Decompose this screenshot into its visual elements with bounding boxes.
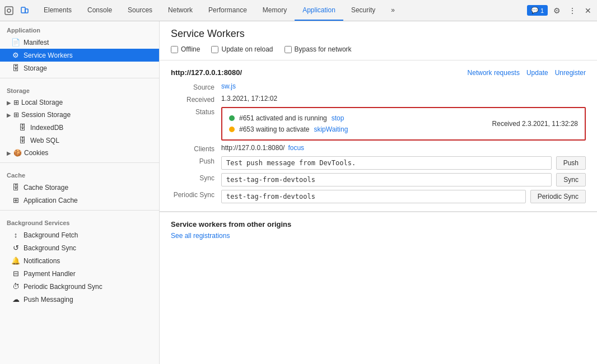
sidebar-item-indexeddb[interactable]: 🗄 IndexedDB	[0, 121, 159, 134]
tab-performance[interactable]: Performance	[200, 0, 255, 21]
source-label: Source	[171, 82, 221, 91]
network-requests-link[interactable]: Network requests	[468, 69, 520, 77]
tab-elements[interactable]: Elements	[36, 0, 80, 21]
tabs-container: Elements Console Sources Network Perform…	[36, 0, 527, 21]
application-section-header: Application	[0, 21, 159, 36]
background-sync-icon: ↺	[11, 244, 20, 252]
update-on-reload-checkbox[interactable]: Update on reload	[211, 45, 273, 53]
web-sql-icon: 🗄	[18, 136, 27, 144]
sidebar: Application 📄 Manifest ⚙ Service Workers…	[0, 21, 160, 364]
checkboxes-row: Offline Update on reload Bypass for netw…	[171, 45, 586, 53]
focus-link[interactable]: focus	[288, 144, 304, 152]
sw-detail-grid: Source sw.js Received 1.3.2021, 17:12:02…	[171, 82, 586, 203]
sw-url: http://127.0.0.1:8080/	[171, 68, 242, 77]
session-storage-arrow: ▶	[7, 112, 11, 118]
sidebar-item-cookies[interactable]: ▶ 🍪 Cookies	[0, 147, 159, 159]
push-input[interactable]	[221, 156, 552, 170]
settings-icon[interactable]: ⚙	[550, 4, 563, 17]
payment-handler-icon: ⊟	[11, 269, 20, 278]
sidebar-item-cache-storage[interactable]: 🗄 Cache Storage	[0, 181, 159, 194]
tab-sources[interactable]: Sources	[120, 0, 160, 21]
periodic-sync-input-row: Periodic Sync	[221, 190, 586, 203]
bypass-for-network-input[interactable]	[284, 46, 292, 53]
sw-entry: http://127.0.0.1:8080/ Network requests …	[160, 60, 597, 212]
device-toggle-icon[interactable]	[18, 4, 31, 17]
content-header: Service Workers Offline Update on reload…	[160, 21, 597, 60]
sidebar-item-background-sync[interactable]: ↺ Background Sync	[0, 241, 159, 254]
sync-input[interactable]	[221, 173, 552, 186]
sync-button[interactable]: Sync	[556, 173, 586, 186]
sidebar-item-push-messaging[interactable]: ☁ Push Messaging	[0, 293, 159, 306]
sidebar-item-session-storage[interactable]: ▶ ⊞ Session Storage	[0, 109, 159, 121]
received-date: 1.3.2021, 17:12:02	[221, 95, 586, 102]
stop-link[interactable]: stop	[332, 114, 344, 122]
sync-input-row: Sync	[221, 173, 586, 186]
tab-memory[interactable]: Memory	[255, 0, 295, 21]
push-label: Push	[171, 156, 221, 165]
unregister-link[interactable]: Unregister	[555, 69, 586, 77]
periodic-sync-button[interactable]: Periodic Sync	[530, 190, 586, 203]
received-label: Received	[171, 95, 221, 104]
status-653-dot	[229, 127, 235, 132]
sidebar-item-service-workers[interactable]: ⚙ Service Workers	[0, 49, 159, 62]
svg-rect-3	[25, 9, 28, 13]
cookies-arrow: ▶	[7, 150, 11, 156]
indexeddb-icon: 🗄	[18, 123, 27, 132]
sidebar-item-notifications[interactable]: 🔔 Notifications	[0, 254, 159, 267]
inspect-icon[interactable]	[2, 4, 16, 17]
push-input-row: Push	[221, 156, 586, 170]
sw-url-row: http://127.0.0.1:8080/ Network requests …	[171, 68, 586, 77]
update-on-reload-input[interactable]	[211, 46, 218, 53]
push-button[interactable]: Push	[556, 156, 586, 170]
sidebar-item-payment-handler[interactable]: ⊟ Payment Handler	[0, 267, 159, 280]
svg-rect-0	[5, 7, 13, 15]
messages-badge[interactable]: 💬 1	[527, 5, 548, 16]
other-origins-section: Service workers from other origins See a…	[160, 212, 597, 248]
clients-row: http://127.0.0.1:8080/ focus	[221, 144, 586, 152]
sidebar-item-application-cache[interactable]: ⊞ Application Cache	[0, 194, 159, 207]
background-services-section-header: Background Services	[0, 214, 159, 228]
local-storage-arrow: ▶	[7, 100, 11, 106]
update-link[interactable]: Update	[526, 69, 548, 77]
sidebar-item-background-fetch[interactable]: ↕ Background Fetch	[0, 228, 159, 241]
top-bar: Elements Console Sources Network Perform…	[0, 0, 597, 21]
status-651-dot	[229, 115, 235, 121]
tab-console[interactable]: Console	[80, 0, 120, 21]
status-653-text: #653 waiting to activate	[239, 125, 309, 133]
tab-security[interactable]: Security	[343, 0, 383, 21]
status-label: Status	[171, 107, 221, 116]
status-651-text: #651 activated and is running	[239, 114, 327, 122]
session-storage-icon: ⊞	[13, 111, 19, 119]
sw-action-links: Network requests Update Unregister	[468, 69, 586, 77]
periodic-background-sync-icon: ⏱	[11, 282, 20, 291]
offline-checkbox-input[interactable]	[171, 46, 178, 53]
close-icon[interactable]: ✕	[581, 4, 595, 17]
cache-section-header: Cache	[0, 166, 159, 181]
other-origins-title: Service workers from other origins	[171, 220, 586, 228]
source-value: sw.js	[221, 82, 586, 90]
tab-application[interactable]: Application	[295, 0, 343, 21]
clients-url: http://127.0.0.1:8080/	[221, 144, 284, 152]
skip-waiting-link[interactable]: skipWaiting	[314, 125, 348, 133]
sidebar-item-storage[interactable]: 🗄 Storage	[0, 62, 159, 74]
offline-checkbox[interactable]: Offline	[171, 45, 200, 53]
sidebar-item-manifest[interactable]: 📄 Manifest	[0, 36, 159, 49]
sidebar-item-local-storage[interactable]: ▶ ⊞ Local Storage	[0, 96, 159, 109]
svg-rect-2	[21, 7, 25, 13]
see-all-registrations-link[interactable]: See all registrations	[171, 232, 230, 240]
source-file-link[interactable]: sw.js	[221, 82, 236, 90]
cookies-icon: 🍪	[13, 149, 22, 157]
tab-network[interactable]: Network	[160, 0, 200, 21]
devtools-icons	[2, 4, 31, 17]
periodic-sync-label: Periodic Sync	[171, 190, 221, 199]
bypass-for-network-checkbox[interactable]: Bypass for network	[284, 45, 352, 53]
tab-more[interactable]: »	[383, 0, 403, 21]
top-bar-right: 💬 1 ⚙ ⋮ ✕	[527, 4, 595, 17]
cache-storage-icon: 🗄	[11, 183, 20, 192]
svg-point-1	[7, 9, 11, 12]
sidebar-item-periodic-background-sync[interactable]: ⏱ Periodic Background Sync	[0, 280, 159, 293]
more-options-icon[interactable]: ⋮	[566, 4, 579, 17]
periodic-sync-input[interactable]	[221, 190, 526, 203]
notifications-icon: 🔔	[11, 256, 20, 265]
sidebar-item-web-sql[interactable]: 🗄 Web SQL	[0, 134, 159, 147]
